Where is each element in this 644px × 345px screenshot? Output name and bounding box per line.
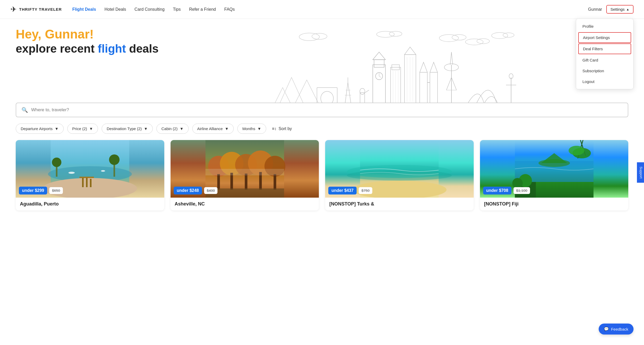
deal-card-0[interactable]: under $299 $650 Aguadilla, Puerto — [16, 140, 164, 210]
nav-flight-deals[interactable]: Flight Deals — [72, 7, 96, 12]
dropdown-airport-settings[interactable]: Airport Settings — [578, 32, 631, 43]
nav-refer-friend[interactable]: Refer a Friend — [189, 7, 216, 12]
sort-label: Sort by — [279, 126, 292, 131]
svg-point-52 — [477, 39, 489, 44]
dropdown-gift-card[interactable]: Gift Card — [576, 55, 633, 65]
settings-dropdown: Profile Airport Settings Deal Filters Gi… — [576, 19, 634, 89]
support-tab[interactable]: Support — [637, 162, 644, 183]
nav-hotel-deals[interactable]: Hotel Deals — [105, 7, 126, 12]
filter-price-label: Price (2) — [72, 126, 87, 131]
filter-destination-type[interactable]: Destination Type (2) ▼ — [102, 124, 153, 134]
svg-marker-39 — [430, 62, 437, 73]
deal-card-3[interactable]: under $708 $1,100 [NONSTOP] Fiji — [480, 140, 629, 210]
search-section: 🔍 — [0, 103, 644, 117]
chevron-down-icon: ▼ — [225, 126, 229, 131]
settings-button[interactable]: Settings ▲ — [606, 5, 634, 14]
svg-point-82 — [347, 170, 452, 181]
svg-point-7 — [503, 33, 514, 37]
deal-title-1: Asheville, NC — [171, 198, 319, 210]
hero-greeting: Hey, Gunnar! — [16, 27, 159, 42]
price-badges-0: under $299 $650 — [19, 187, 63, 194]
deal-title-3: [NONSTOP] Fiji — [480, 198, 629, 210]
nav-links: Flight Deals Hotel Deals Card Consulting… — [72, 7, 588, 12]
filter-months[interactable]: Months ▼ — [237, 124, 266, 134]
card-image-1: under $248 $400 — [171, 140, 319, 198]
filters-section: Departure Airports ▼ Price (2) ▼ Destina… — [0, 117, 644, 140]
svg-point-3 — [389, 31, 402, 36]
nav-right: Gunnar Settings ▲ Profile Airport Settin… — [588, 5, 634, 14]
svg-line-43 — [450, 52, 451, 65]
svg-marker-37 — [420, 62, 427, 73]
dropdown-profile[interactable]: Profile — [576, 21, 633, 32]
dropdown-subscription[interactable]: Subscription — [576, 65, 633, 76]
price-original-0: $650 — [49, 187, 63, 194]
svg-rect-79 — [205, 169, 284, 175]
svg-rect-64 — [79, 177, 94, 178]
svg-point-65 — [68, 172, 75, 174]
nav-faqs[interactable]: FAQs — [224, 7, 235, 12]
filter-departure-label: Departure Airports — [21, 126, 53, 131]
card-image-0: under $299 $650 — [16, 140, 164, 198]
svg-line-45 — [446, 77, 451, 90]
svg-rect-21 — [374, 60, 384, 67]
navbar: ✈ THRIFTY TRAVELER Flight Deals Hotel De… — [0, 0, 644, 19]
price-deal-2: under $437 — [328, 187, 357, 194]
svg-rect-20 — [373, 65, 385, 105]
hero-section: Hey, Gunnar! explore recent flight deals — [0, 19, 644, 108]
settings-label: Settings — [610, 7, 625, 12]
dropdown-logout[interactable]: Logout — [576, 76, 633, 87]
svg-point-0 — [299, 33, 320, 41]
svg-point-4 — [439, 35, 459, 42]
support-label: Support — [639, 166, 643, 179]
svg-point-60 — [109, 154, 119, 165]
filter-departure-airports[interactable]: Departure Airports ▼ — [16, 124, 64, 134]
user-name: Gunnar — [588, 7, 602, 12]
chevron-up-icon: ▲ — [626, 8, 629, 11]
svg-point-58 — [52, 158, 61, 167]
price-original-2: $750 — [359, 187, 372, 194]
search-input[interactable] — [31, 107, 623, 113]
sort-icon: ≡↕ — [272, 126, 276, 131]
svg-rect-62 — [86, 178, 88, 187]
plane-icon: ✈ — [10, 5, 17, 14]
deals-grid: under $299 $650 Aguadilla, Puerto — [0, 140, 644, 221]
chevron-down-icon: ▼ — [257, 126, 261, 131]
deal-card-1[interactable]: under $248 $400 Asheville, NC — [171, 140, 319, 210]
price-deal-1: under $248 — [174, 187, 202, 194]
chevron-down-icon: ▼ — [55, 126, 59, 131]
price-deal-0: under $299 — [19, 187, 47, 194]
skyline-illustration — [147, 27, 644, 108]
card-image-2: under $437 $750 — [325, 140, 474, 198]
svg-rect-31 — [405, 55, 416, 105]
chevron-down-icon: ▼ — [89, 126, 93, 131]
svg-rect-75 — [245, 174, 247, 190]
price-deal-3: under $708 — [483, 187, 511, 194]
svg-point-6 — [492, 32, 508, 38]
hero-subtitle: explore recent flight deals — [16, 42, 159, 56]
chevron-down-icon: ▼ — [144, 126, 148, 131]
search-icon: 🔍 — [21, 107, 28, 113]
sort-button[interactable]: ≡↕ Sort by — [272, 126, 292, 131]
svg-rect-77 — [274, 174, 276, 190]
nav-card-consulting[interactable]: Card Consulting — [134, 7, 165, 12]
deal-card-2[interactable]: under $437 $750 [NONSTOP] Turks & — [325, 140, 474, 210]
nav-tips[interactable]: Tips — [173, 7, 181, 12]
logo[interactable]: ✈ THRIFTY TRAVELER — [10, 5, 62, 14]
svg-line-46 — [451, 77, 456, 90]
dropdown-deal-filters[interactable]: Deal Filters — [578, 43, 631, 54]
filter-airline-alliance[interactable]: Airline Alliance ▼ — [192, 124, 234, 134]
filter-price[interactable]: Price (2) ▼ — [67, 124, 98, 134]
svg-line-44 — [451, 52, 453, 65]
svg-marker-13 — [345, 82, 351, 105]
svg-point-5 — [452, 35, 466, 40]
deal-title-0: Aguadilla, Puerto — [16, 198, 164, 210]
svg-point-51 — [465, 39, 483, 45]
filter-cabin[interactable]: Cabin (2) ▼ — [156, 124, 189, 134]
price-badges-3: under $708 $1,100 — [483, 187, 530, 194]
svg-point-18 — [360, 88, 365, 94]
svg-point-89 — [569, 146, 584, 155]
svg-rect-73 — [217, 174, 220, 190]
deal-title-2: [NONSTOP] Turks & — [325, 198, 474, 210]
price-original-3: $1,100 — [514, 187, 530, 194]
hero-subtitle-start: explore recent — [16, 42, 98, 55]
